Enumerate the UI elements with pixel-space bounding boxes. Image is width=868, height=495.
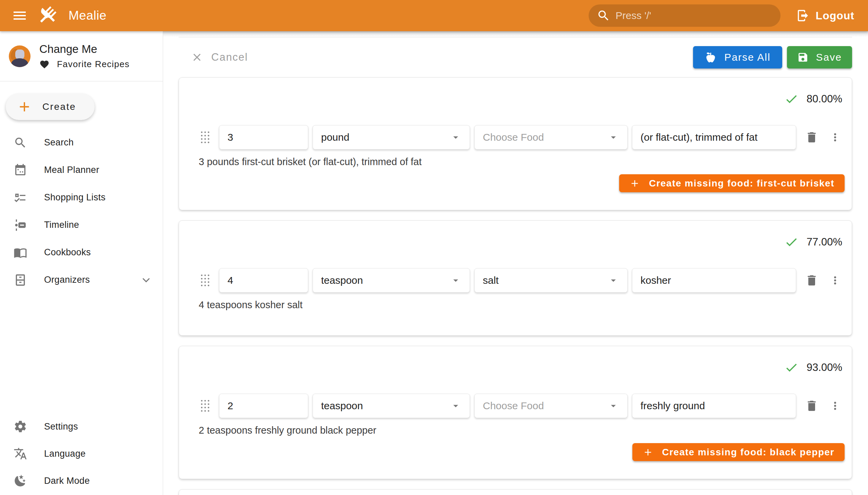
create-missing-food-label: Create missing food: first-cut brisket	[649, 178, 834, 189]
create-section: Create	[0, 81, 163, 129]
parse-all-label: Parse All	[724, 52, 770, 63]
timeline-icon	[14, 218, 27, 232]
ingredient-card	[179, 489, 852, 495]
quantity-input[interactable]	[227, 275, 300, 286]
sidebar-item-settings[interactable]: Settings	[0, 413, 163, 440]
dropdown-arrow-icon[interactable]	[608, 275, 619, 286]
checklist-icon	[14, 191, 27, 204]
unit-input[interactable]	[321, 132, 450, 143]
unit-input[interactable]	[321, 275, 450, 286]
drag-handle[interactable]	[200, 130, 211, 145]
gear-icon	[14, 420, 27, 433]
apple-icon	[704, 51, 717, 63]
note-input[interactable]	[641, 275, 788, 286]
quantity-field[interactable]	[219, 268, 308, 293]
mealie-logo	[37, 5, 58, 26]
ingredient-menu-button[interactable]	[829, 273, 841, 288]
user-name: Change Me	[39, 43, 130, 56]
scroll-shadow	[163, 31, 868, 37]
hamburger-menu-button[interactable]	[12, 7, 28, 24]
user-text: Change Me Favorite Recipes	[39, 43, 130, 69]
create-button[interactable]: Create	[6, 93, 95, 120]
dropdown-arrow-icon[interactable]	[608, 400, 619, 412]
search-input[interactable]	[616, 10, 772, 21]
close-icon	[191, 51, 203, 63]
parser-toolbar: Cancel Parse All Save	[163, 37, 868, 77]
food-field[interactable]	[474, 125, 628, 150]
unit-field[interactable]	[312, 125, 470, 150]
trash-icon	[805, 274, 818, 287]
quantity-input[interactable]	[227, 400, 300, 412]
calendar-icon	[14, 164, 27, 177]
sidebar-footer: Settings Language Dark Mode	[0, 413, 163, 494]
note-field[interactable]	[632, 268, 796, 293]
confidence-value: 80.00%	[806, 93, 842, 105]
food-input[interactable]	[483, 132, 608, 143]
dropdown-arrow-icon[interactable]	[450, 132, 461, 143]
unit-field[interactable]	[312, 268, 470, 293]
hamburger-icon	[12, 7, 28, 24]
delete-ingredient-button[interactable]	[804, 273, 819, 288]
create-missing-food-label: Create missing food: black pepper	[662, 447, 835, 458]
delete-ingredient-button[interactable]	[804, 130, 819, 145]
save-label: Save	[816, 52, 842, 63]
sidebar-item-shopping-lists[interactable]: Shopping Lists	[0, 184, 163, 211]
drag-handle[interactable]	[200, 398, 211, 414]
dropdown-arrow-icon[interactable]	[450, 275, 461, 286]
sidebar-item-cookbooks[interactable]: Cookbooks	[0, 239, 163, 266]
ingredient-card: 77.00%	[179, 220, 852, 336]
note-field[interactable]	[632, 394, 796, 418]
quantity-field[interactable]	[219, 125, 308, 150]
sidebar-item-organizers[interactable]: Organizers	[0, 266, 163, 294]
sidebar-item-meal-planner[interactable]: Meal Planner	[0, 156, 163, 184]
food-field[interactable]	[474, 394, 628, 418]
trash-icon	[805, 131, 818, 144]
sidebar-item-search[interactable]: Search	[0, 129, 163, 156]
user-block[interactable]: Change Me Favorite Recipes	[0, 31, 163, 81]
global-search[interactable]	[589, 4, 781, 27]
app-bar: Mealie Logout	[0, 0, 868, 31]
main-content: Cancel Parse All Save 80.00%	[163, 31, 868, 495]
quantity-input[interactable]	[227, 132, 300, 143]
unit-input[interactable]	[321, 400, 450, 412]
dropdown-arrow-icon[interactable]	[450, 400, 461, 412]
drag-dots-icon	[200, 273, 210, 288]
delete-ingredient-button[interactable]	[804, 398, 819, 413]
create-missing-food-button[interactable]: Create missing food: black pepper	[632, 443, 845, 461]
sidebar-item-dark-mode[interactable]: Dark Mode	[0, 467, 163, 494]
plus-icon	[17, 99, 32, 115]
plus-icon	[643, 447, 653, 458]
parse-all-button[interactable]: Parse All	[693, 46, 782, 68]
food-field[interactable]	[474, 268, 628, 293]
ingredient-menu-button[interactable]	[829, 130, 841, 145]
sidebar-item-label: Settings	[44, 422, 153, 432]
dropdown-arrow-icon[interactable]	[608, 132, 619, 143]
note-field[interactable]	[632, 125, 796, 150]
food-input[interactable]	[483, 400, 608, 412]
drag-handle[interactable]	[200, 273, 211, 288]
ingredient-menu-button[interactable]	[829, 398, 841, 413]
logout-icon	[796, 9, 810, 22]
search-icon	[597, 9, 610, 22]
confidence-value: 77.00%	[806, 236, 842, 248]
sidebar: Change Me Favorite Recipes Create Search	[0, 31, 163, 495]
sidebar-item-language[interactable]: Language	[0, 440, 163, 467]
drag-dots-icon	[200, 399, 210, 413]
quantity-field[interactable]	[219, 394, 308, 418]
create-missing-food-button[interactable]: Create missing food: first-cut brisket	[619, 174, 845, 192]
kebab-menu-icon	[829, 400, 841, 412]
sidebar-item-timeline[interactable]: Timeline	[0, 211, 163, 239]
food-input[interactable]	[483, 275, 608, 286]
note-input[interactable]	[641, 132, 788, 143]
ingredient-card: 93.00%	[179, 346, 852, 479]
app-title: Mealie	[68, 8, 106, 23]
save-button[interactable]: Save	[787, 46, 852, 68]
note-input[interactable]	[641, 400, 788, 412]
favorite-recipes-link[interactable]: Favorite Recipes	[39, 59, 130, 69]
app-bar-left: Mealie	[12, 5, 106, 26]
logout-button[interactable]: Logout	[794, 5, 856, 26]
unit-field[interactable]	[312, 394, 470, 418]
cancel-button[interactable]: Cancel	[191, 51, 248, 63]
sidebar-item-label: Language	[44, 448, 153, 459]
heart-icon	[39, 59, 50, 69]
